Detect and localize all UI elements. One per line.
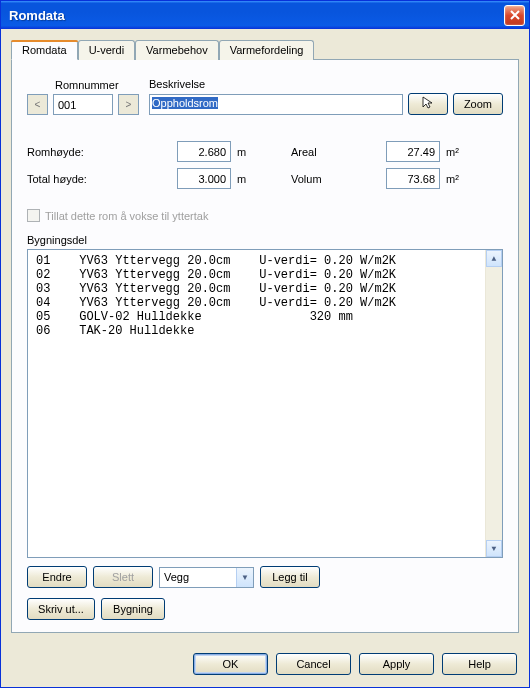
allow-grow-row: Tillat dette rom å vokse til yttertak — [27, 209, 503, 222]
areal-unit: m² — [440, 146, 500, 158]
cursor-icon — [421, 96, 435, 110]
totalhoyde-input[interactable] — [177, 168, 231, 189]
close-icon[interactable] — [504, 5, 525, 26]
volum-label: Volum — [291, 173, 386, 185]
list-item[interactable]: 05 GOLV-02 Hulldekke 320 mm — [30, 310, 500, 324]
cancel-button[interactable]: Cancel — [276, 653, 351, 675]
scroll-down-icon[interactable]: ▼ — [486, 540, 502, 557]
allow-grow-checkbox[interactable] — [27, 209, 40, 222]
list-item[interactable]: 03 YV63 Yttervegg 20.0cm U-verdi= 0.20 W… — [30, 282, 500, 296]
extra-controls: Skriv ut... Bygning — [27, 598, 503, 620]
row-totalhoyde: Total høyde: m Volum m² — [27, 168, 503, 189]
scroll-up-icon[interactable]: ▲ — [486, 250, 502, 267]
list-item[interactable]: 01 YV63 Yttervegg 20.0cm U-verdi= 0.20 W… — [30, 254, 500, 268]
areal-input[interactable] — [386, 141, 440, 162]
volum-unit: m² — [440, 173, 500, 185]
endre-button[interactable]: Endre — [27, 566, 87, 588]
totalhoyde-label: Total høyde: — [27, 173, 177, 185]
type-select[interactable]: Vegg ▼ — [159, 567, 254, 588]
window-title: Romdata — [9, 8, 504, 23]
tab-uverdi[interactable]: U-verdi — [78, 40, 135, 60]
chevron-down-icon[interactable]: ▼ — [236, 568, 253, 587]
list-item[interactable]: 04 YV63 Yttervegg 20.0cm U-verdi= 0.20 W… — [30, 296, 500, 310]
beskrivelse-value: Oppholdsrom — [152, 97, 218, 109]
beskrivelse-label: Beskrivelse — [149, 78, 503, 90]
scrollbar[interactable]: ▲ ▼ — [485, 250, 502, 557]
tab-strip: Romdata U-verdi Varmebehov Varmefordelin… — [11, 40, 519, 60]
bygning-button[interactable]: Bygning — [101, 598, 165, 620]
dialog-window: Romdata Romdata U-verdi Varmebehov Varme… — [0, 0, 530, 688]
romnummer-input[interactable] — [53, 94, 113, 115]
type-select-value: Vegg — [164, 571, 189, 583]
header-row: Romnummer < > Beskrivelse Oppholdsrom — [27, 78, 503, 115]
allow-grow-label: Tillat dette rom å vokse til yttertak — [45, 210, 208, 222]
bygningsdel-label: Bygningsdel — [27, 234, 503, 246]
list-controls: Endre Slett Vegg ▼ Legg til — [27, 566, 503, 588]
list-item[interactable]: 02 YV63 Yttervegg 20.0cm U-verdi= 0.20 W… — [30, 268, 500, 282]
list-item[interactable]: 06 TAK-20 Hulldekke — [30, 324, 500, 338]
help-button[interactable]: Help — [442, 653, 517, 675]
skrivut-button[interactable]: Skriv ut... — [27, 598, 95, 620]
dialog-content: Romdata U-verdi Varmebehov Varmefordelin… — [1, 29, 529, 643]
romhoyde-unit: m — [231, 146, 291, 158]
romhoyde-input[interactable] — [177, 141, 231, 162]
row-romhoyde: Romhøyde: m Areal m² — [27, 141, 503, 162]
zoom-button[interactable]: Zoom — [453, 93, 503, 115]
tab-romdata[interactable]: Romdata — [11, 40, 78, 60]
pick-button[interactable] — [408, 93, 448, 115]
areal-label: Areal — [291, 146, 386, 158]
apply-button[interactable]: Apply — [359, 653, 434, 675]
tab-varmebehov[interactable]: Varmebehov — [135, 40, 219, 60]
dialog-button-bar: OK Cancel Apply Help — [1, 643, 529, 687]
totalhoyde-unit: m — [231, 173, 291, 185]
next-room-button[interactable]: > — [118, 94, 139, 115]
volum-input[interactable] — [386, 168, 440, 189]
ok-button[interactable]: OK — [193, 653, 268, 675]
tab-varmefordeling[interactable]: Varmefordeling — [219, 40, 315, 60]
romhoyde-label: Romhøyde: — [27, 146, 177, 158]
leggtil-button[interactable]: Legg til — [260, 566, 320, 588]
prev-room-button[interactable]: < — [27, 94, 48, 115]
slett-button: Slett — [93, 566, 153, 588]
titlebar[interactable]: Romdata — [1, 1, 529, 29]
bygningsdel-list[interactable]: 01 YV63 Yttervegg 20.0cm U-verdi= 0.20 W… — [27, 249, 503, 558]
romnummer-label: Romnummer — [55, 79, 139, 91]
tab-panel: Romnummer < > Beskrivelse Oppholdsrom — [11, 59, 519, 633]
